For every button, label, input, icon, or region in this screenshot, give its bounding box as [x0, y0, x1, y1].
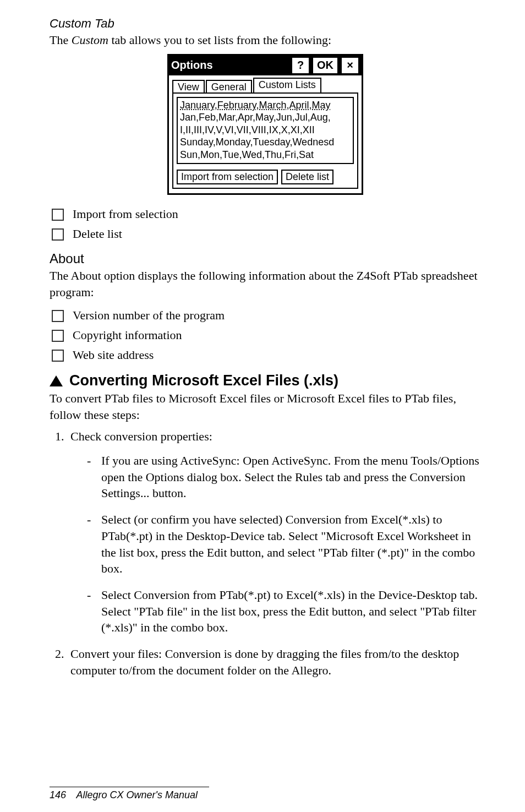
intro-em: Custom — [72, 33, 108, 47]
bullet-website: Web site address — [50, 346, 481, 364]
step-1-item-2: Select (or confirm you have selected) Co… — [87, 511, 481, 577]
about-intro: The About option displays the following … — [50, 268, 481, 300]
steps-list: Check conversion properties: If you are … — [50, 428, 481, 678]
help-button[interactable]: ? — [291, 57, 310, 74]
close-button[interactable]: × — [341, 57, 359, 74]
tab-general[interactable]: General — [206, 80, 252, 94]
custom-lists-listbox[interactable]: January,February,March,April,May Jan,Feb… — [177, 97, 354, 165]
page-number: 146 — [50, 789, 66, 800]
converting-heading: Converting Microsoft Excel Files (.xls) — [50, 372, 481, 389]
dialog-title: Options — [171, 59, 213, 72]
intro-pre: The — [50, 33, 72, 47]
custom-tab-heading: Custom Tab — [50, 17, 481, 31]
step-1-sublist: If you are using ActiveSync: Open Active… — [70, 453, 481, 636]
tab-custom-lists[interactable]: Custom Lists — [253, 78, 321, 92]
titlebar: Options ? OK × — [169, 56, 362, 75]
delete-list-button[interactable]: Delete list — [281, 170, 333, 184]
converting-heading-text: Converting Microsoft Excel Files (.xls) — [69, 372, 338, 389]
custom-tab-intro: The Custom tab allows you to set lists f… — [50, 32, 481, 48]
about-bullets: Version number of the program Copyright … — [50, 306, 481, 364]
bullet-delete: Delete list — [50, 225, 481, 243]
ok-button[interactable]: OK — [312, 57, 338, 74]
triangle-icon — [50, 375, 63, 386]
list-item[interactable]: I,II,III,IV,V,VI,VII,VIII,IX,X,XI,XII — [180, 124, 351, 137]
tab-row: View General Custom Lists — [169, 75, 362, 94]
list-item[interactable]: Jan,Feb,Mar,Apr,May,Jun,Jul,Aug, — [180, 111, 351, 124]
page-footer: 146 Allegro CX Owner's Manual — [50, 787, 209, 801]
list-item[interactable]: January,February,March,April,May — [180, 99, 351, 112]
post-dialog-bullets: Import from selection Delete list — [50, 205, 481, 243]
step-1-text: Check conversion properties: — [70, 429, 212, 443]
list-item[interactable]: Sun,Mon,Tue,Wed,Thu,Fri,Sat — [180, 149, 351, 161]
convert-intro: To convert PTab files to Microsoft Excel… — [50, 390, 481, 423]
bullet-copyright: Copyright information — [50, 326, 481, 345]
step-1-item-1: If you are using ActiveSync: Open Active… — [87, 453, 481, 502]
about-heading: About — [50, 251, 481, 266]
bullet-version: Version number of the program — [50, 306, 481, 325]
options-dialog: Options ? OK × View General Custom Lists… — [167, 54, 363, 195]
step-1-item-3: Select Conversion from PTab(*.pt) to Exc… — [87, 587, 481, 636]
list-item[interactable]: Sunday,Monday,Tuesday,Wednesd — [180, 136, 351, 149]
import-from-selection-button[interactable]: Import from selection — [177, 170, 278, 184]
tab-view[interactable]: View — [172, 80, 205, 94]
bullet-import: Import from selection — [50, 205, 481, 224]
step-1: Check conversion properties: If you are … — [67, 428, 481, 636]
intro-post: tab allows you to set lists from the fol… — [108, 33, 331, 47]
footer-title: Allegro CX Owner's Manual — [76, 789, 198, 800]
step-2: Convert your files: Conversion is done b… — [67, 646, 481, 678]
tab-panel: January,February,March,April,May Jan,Feb… — [172, 92, 358, 189]
